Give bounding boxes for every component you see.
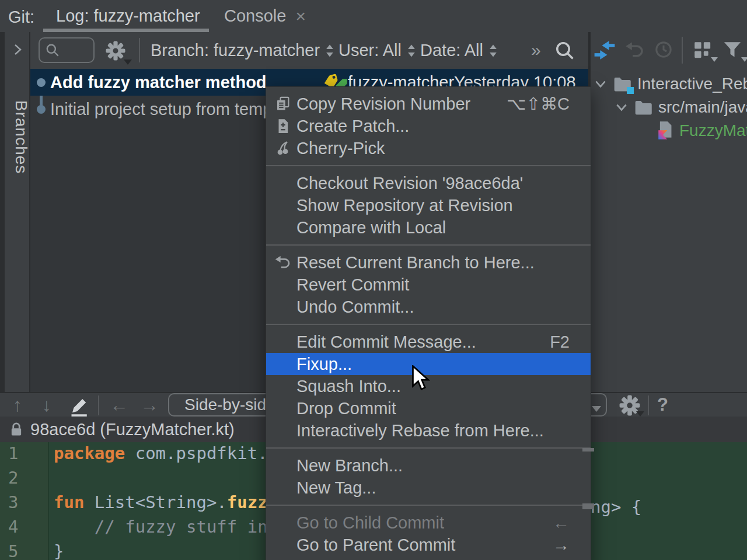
- chevron-down-icon[interactable]: [593, 76, 608, 92]
- code-text: fun List<String>.fuzzyM: [54, 492, 288, 512]
- menu-item-show-repository-at-revision[interactable]: Show Repository at Revision: [266, 194, 591, 216]
- menu-item-go-to-child-commit[interactable]: Go to Child Commit←: [266, 512, 591, 534]
- toolbar-separator: [648, 396, 649, 415]
- mouse-cursor: [409, 365, 432, 393]
- branches-panel-label: Branches: [5, 73, 30, 201]
- date-filter[interactable]: Date: All: [420, 32, 497, 69]
- log-text-search-button[interactable]: [554, 40, 575, 61]
- diff-settings-button[interactable]: [619, 394, 641, 416]
- cherry-icon: [274, 139, 294, 158]
- tree-row-directory[interactable]: src/main/java: [614, 96, 747, 119]
- diff-editor-right[interactable]: ng> {: [591, 442, 747, 560]
- back-button[interactable]: ←: [110, 394, 128, 416]
- tab-console[interactable]: Console ×: [224, 0, 312, 32]
- menu-icon-spacer: [274, 421, 294, 440]
- menu-icon-spacer: [274, 478, 294, 497]
- chevron-right-icon[interactable]: [11, 43, 25, 57]
- menu-item-label: Squash Into...: [296, 377, 401, 396]
- dropdown-caret-icon: [124, 60, 132, 65]
- commit-graph-node: [37, 78, 46, 87]
- menu-item-shortcut: →: [553, 536, 570, 555]
- line-number: 1: [8, 443, 18, 463]
- close-icon[interactable]: ×: [295, 8, 306, 25]
- menu-item-label: Reset Current Branch to Here...: [296, 253, 535, 272]
- menu-icon-spacer: [274, 174, 294, 192]
- dropdown-caret-icon: [741, 57, 747, 62]
- menu-item-shortcut: ⌥⇧⌘C: [507, 94, 570, 114]
- user-filter[interactable]: User: All: [338, 32, 416, 69]
- forward-button[interactable]: →: [140, 394, 159, 416]
- dropdown-caret-icon: [711, 57, 718, 62]
- log-search-input[interactable]: [39, 37, 95, 63]
- menu-item-label: Create Patch...: [296, 117, 409, 136]
- undo-icon[interactable]: [624, 40, 645, 61]
- menu-icon-spacer: [274, 332, 294, 351]
- menu-section: Reset Current Branch to Here...Revert Co…: [266, 246, 591, 324]
- module-badge: [627, 87, 634, 94]
- menu-icon-spacer: [274, 377, 294, 396]
- tool-window-title: Git:: [8, 8, 34, 27]
- kotlin-file-icon: [656, 121, 675, 141]
- menu-item-cherry-pick[interactable]: Cherry-Pick: [266, 137, 591, 159]
- folder-icon: [634, 99, 654, 116]
- tool-window-stripe: [0, 32, 5, 392]
- menu-icon-spacer: [274, 536, 294, 554]
- branch-filter[interactable]: Branch: fuzzy-matcher: [151, 32, 334, 69]
- menu-item-compare-with-local[interactable]: Compare with Local: [266, 216, 591, 239]
- help-button[interactable]: ?: [657, 394, 668, 415]
- menu-item-label: Undo Commit...: [296, 298, 414, 317]
- git-log-toolbar: Branch: fuzzy-matcher User: All Date: Al…: [30, 32, 588, 69]
- previous-change-button[interactable]: ↑: [13, 394, 22, 416]
- collapse-arrows-icon[interactable]: [594, 40, 615, 61]
- toolbar-separator: [98, 396, 99, 415]
- chevron-down-icon[interactable]: [614, 100, 629, 115]
- filter-funnel-icon[interactable]: [722, 40, 743, 61]
- menu-icon-spacer: [274, 513, 294, 532]
- menu-item-interactively-rebase-from-here[interactable]: Interactively Rebase from Here...: [266, 419, 591, 442]
- menu-item-label: Checkout Revision '98ace6da': [296, 174, 523, 193]
- line-number: 3: [8, 492, 18, 512]
- menu-item-label: Edit Commit Message...: [296, 332, 476, 352]
- line-number: 2: [8, 468, 18, 488]
- module-folder-icon: [613, 75, 633, 93]
- menu-item-new-branch[interactable]: New Branch...: [266, 454, 591, 477]
- menu-item-go-to-parent-commit[interactable]: Go to Parent Commit→: [266, 534, 591, 556]
- tree-row-module[interactable]: Interactive_Reb: [593, 72, 747, 96]
- menu-icon-spacer: [274, 218, 294, 237]
- group-by-icon[interactable]: [692, 40, 713, 61]
- jump-to-source-button[interactable]: [69, 396, 90, 416]
- line-number: 5: [8, 541, 18, 560]
- tab-log-fuzzy-matcher[interactable]: Log: fuzzy-matcher: [43, 0, 209, 32]
- menu-item-drop-commit[interactable]: Drop Commit: [266, 397, 591, 419]
- next-change-button[interactable]: ↓: [42, 394, 51, 416]
- history-clock-icon[interactable]: [654, 40, 675, 61]
- lock-icon: [8, 421, 25, 438]
- diff-change-marker: [582, 503, 594, 509]
- menu-item-revert-commit[interactable]: Revert Commit: [266, 274, 591, 296]
- menu-item-copy-revision-number[interactable]: Copy Revision Number⌥⇧⌘C: [266, 93, 591, 115]
- dropdown-caret-icon: [636, 411, 644, 416]
- menu-item-label: Compare with Local: [296, 218, 446, 237]
- menu-icon-spacer: [274, 399, 294, 418]
- menu-item-undo-commit[interactable]: Undo Commit...: [266, 296, 591, 318]
- sort-arrows-icon: [489, 44, 497, 58]
- menu-item-edit-commit-message[interactable]: Edit Commit Message...F2: [266, 331, 591, 353]
- menu-item-new-tag[interactable]: New Tag...: [266, 477, 591, 499]
- menu-item-label: Revert Commit: [296, 275, 409, 295]
- ide-window: Git: Log: fuzzy-matcher Console × Branch…: [0, 0, 747, 560]
- changed-files-tree: Interactive_Reb src/main/java FuzzyMat: [591, 69, 747, 392]
- log-settings-button[interactable]: [105, 40, 131, 62]
- line-number: 4: [8, 517, 18, 537]
- toolbar-overflow-button[interactable]: »: [531, 40, 541, 60]
- menu-item-label: Cherry-Pick: [296, 139, 385, 158]
- menu-item-label: New Branch...: [296, 456, 403, 475]
- branches-collapsed-panel[interactable]: Branches: [5, 32, 30, 392]
- tree-row-file[interactable]: FuzzyMat: [656, 119, 747, 142]
- menu-item-checkout-revision-98ace6da[interactable]: Checkout Revision '98ace6da': [266, 172, 591, 194]
- menu-item-reset-current-branch-to-here[interactable]: Reset Current Branch to Here...: [266, 251, 591, 274]
- rollback-icon: [274, 253, 294, 272]
- sort-arrows-icon: [407, 44, 416, 58]
- menu-item-label: Interactively Rebase from Here...: [296, 421, 544, 440]
- toolbar-separator: [682, 37, 683, 64]
- menu-item-create-patch[interactable]: Create Patch...: [266, 115, 591, 137]
